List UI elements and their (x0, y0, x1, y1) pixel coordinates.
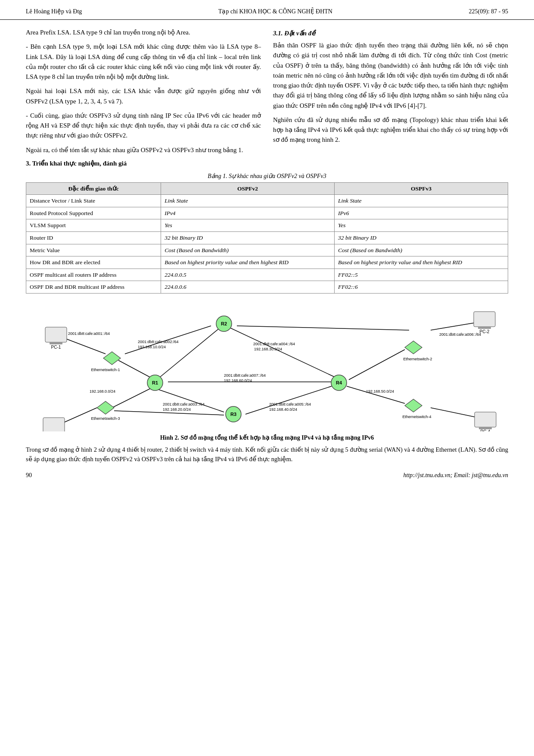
table-cell: Cost (Based on Bandwidth) (161, 244, 335, 256)
table-cell: How DR and BDR are elected (26, 256, 161, 269)
sw4-label: Ethernetswitch-4 (402, 415, 431, 419)
table-cell: 32 bit Binary ID (335, 232, 508, 244)
svg-line-11 (347, 386, 405, 403)
label-l13: 2001:db8:cafe:a005::/64 (269, 402, 311, 406)
label-l10: 192.168.50.0/24 (366, 389, 394, 394)
label-l3: 192.168.10.0/24 (138, 345, 166, 349)
table-cell: OSPF DR and BDR multicast IP address (26, 281, 161, 294)
svg-rect-17 (50, 342, 62, 344)
table-header-row: Đặc điểm giao thức OSPFv2 OSPFv3 (26, 182, 508, 195)
pc4-label: PC-4 (481, 429, 491, 431)
table-cell: FF02::6 (335, 281, 508, 294)
section-title-31: 3.1. Đặt vấn đề (273, 29, 508, 37)
table-cell: Routed Protocol Supported (26, 207, 161, 219)
diagram-section: PC-1 PC-2 PC-3 PC-4 Ethernetswitch-1 E (0, 298, 534, 441)
svg-marker-25 (405, 341, 422, 354)
table-cell: Based on highest priority value and then… (335, 256, 508, 269)
right-column: 3.1. Đặt vấn đề Bản thân OSPF là giao th… (273, 28, 508, 171)
section-title-3: 3. Triển khai thực nghiệm, đánh giá (26, 159, 261, 167)
svg-marker-24 (103, 352, 121, 365)
label-l9: 192.168.0.0/24 (90, 389, 115, 394)
svg-line-13 (112, 388, 151, 408)
svg-line-0 (60, 337, 106, 354)
svg-marker-27 (405, 399, 422, 412)
table-row: OSPF DR and BDR multicast IP address224.… (26, 281, 508, 294)
diagram-caption: Hình 2. Sơ đồ mạng tổng thể kết hợp hạ t… (26, 434, 508, 441)
page-number: 90 (26, 472, 32, 479)
table-cell: Metric Value (26, 244, 161, 256)
left-para3: Ngoài hai loại LSA mới này, các LSA khác… (26, 86, 261, 106)
left-para1: Area Prefix LSA. LSA type 9 chỉ lan truy… (26, 28, 261, 37)
topology-svg: PC-1 PC-2 PC-3 PC-4 Ethernetswitch-1 E (26, 298, 508, 431)
label-l5: 192.168.30.0/24 (254, 347, 282, 351)
table-cell: OSPF multicast all routers IP address (26, 269, 161, 281)
footer-text: Trong sơ đồ mạng ở hình 2 sử dụng 4 thiế… (0, 445, 534, 464)
sw3-label: Ethernetswitch-3 (91, 416, 120, 421)
table-cell: 32 bit Binary ID (161, 232, 335, 244)
table-row: VLSM SupportYesYes (26, 219, 508, 232)
label-l14: 192.168.40.0/24 (269, 407, 297, 412)
label-l8: 192.168.60.0/24 (224, 378, 252, 383)
svg-line-3 (230, 328, 336, 378)
header-center: Tạp chí KHOA HỌC & CÔNG NGHỆ ĐHTN (218, 8, 332, 15)
table-caption: Bảng 1. Sự khác nhau giữa OSPFv2 và OSPF… (26, 172, 508, 180)
svg-line-10 (349, 350, 405, 380)
table-row: Metric ValueCost (Based on Bandwidth)Cos… (26, 244, 508, 256)
svg-rect-22 (475, 412, 496, 427)
label-l12: 192.168.20.0/24 (163, 407, 191, 412)
left-para2: - Bên cạnh LSA type 9, một loại LSA mới … (26, 42, 261, 82)
col-header-feature: Đặc điểm giao thức (26, 182, 161, 195)
page-url: http://jst.tnu.edu.vn; Email: jst@tnu.ed… (404, 472, 508, 479)
svg-line-6 (159, 328, 220, 378)
svg-rect-16 (45, 327, 67, 342)
svg-line-4 (237, 326, 409, 330)
col-header-ospfv2: OSPFv2 (161, 182, 335, 195)
left-column: Area Prefix LSA. LSA type 9 chỉ lan truy… (26, 28, 261, 171)
table-cell: Cost (Based on Bandwidth) (335, 244, 508, 256)
table-cell: 224.0.0.6 (161, 281, 335, 294)
label-l4: 2001:db8:cafe:a004::/64 (253, 342, 295, 346)
header-right: 225(09): 87 - 95 (469, 8, 508, 15)
table-cell: Based on highest priority value and then… (161, 256, 335, 269)
left-para4: - Cuối cùng, giao thức OSPFv3 sử dụng tí… (26, 111, 261, 141)
two-column-content: Area Prefix LSA. LSA type 9 chỉ lan truy… (0, 20, 534, 171)
r3-icon-label: R3 (230, 412, 236, 417)
table-cell: 224.0.0.5 (161, 269, 335, 281)
table-cell: Router ID (26, 232, 161, 244)
r4-icon-label: R4 (336, 380, 342, 385)
svg-line-1 (118, 360, 151, 378)
table-row: OSPF multicast all routers IP address224… (26, 269, 508, 281)
svg-rect-20 (43, 418, 65, 431)
table-row: Distance Vector / Link StateLink StateLi… (26, 195, 508, 207)
header-left: Lê Hoàng Hiệp và Đtg (26, 8, 82, 15)
footer-para1: Trong sơ đồ mạng ở hình 2 sử dụng 4 thiế… (26, 445, 508, 464)
page-footer: 90 http://jst.tnu.edu.vn; Email: jst@tnu… (0, 469, 534, 479)
svg-rect-19 (478, 327, 491, 329)
page-header: Lê Hoàng Hiệp và Đtg Tạp chí KHOA HỌC & … (0, 0, 534, 20)
svg-marker-26 (97, 401, 114, 414)
label-l2: 2001:db8:cafe:a002:/64 (138, 340, 179, 344)
table-cell: Link State (161, 195, 335, 207)
label-l11: 2001:db8:cafe:a003::/64 (163, 402, 205, 406)
table-cell: IPv4 (161, 207, 335, 219)
left-para5: Ngoài ra, có thể tóm tắt sự khác nhau gi… (26, 145, 261, 155)
r1-icon-label: R1 (152, 380, 158, 385)
table-row: How DR and BDR are electedBased on highe… (26, 256, 508, 269)
table-cell: Yes (161, 219, 335, 232)
table-cell: FF02::5 (335, 269, 508, 281)
right-para2: Nghiên cứu đã sử dụng nhiều mẫu sơ đồ mạ… (273, 115, 508, 145)
table-cell: IPv6 (335, 207, 508, 219)
table-row: Router ID32 bit Binary ID32 bit Binary I… (26, 232, 508, 244)
table-cell: VLSM Support (26, 219, 161, 232)
page: Lê Hoàng Hiệp và Đtg Tạp chí KHOA HỌC & … (0, 0, 534, 756)
table-cell: Distance Vector / Link State (26, 195, 161, 207)
ospf-comparison-table: Đặc điểm giao thức OSPFv2 OSPFv3 Distanc… (26, 182, 508, 294)
pc1-label: PC-1 (51, 345, 61, 350)
table-cell: Link State (335, 195, 508, 207)
table-cell: Yes (335, 219, 508, 232)
right-para1: Bản thân OSPF là giao thức định tuyến th… (273, 41, 508, 111)
label-l1: 2001:db8:cafe:a001::/64 (68, 331, 110, 336)
sw2-label: Ethernetswitch-2 (403, 357, 432, 361)
table-section: Bảng 1. Sự khác nhau giữa OSPFv2 và OSPF… (0, 172, 534, 294)
table-row: Routed Protocol SupportedIPv4IPv6 (26, 207, 508, 219)
